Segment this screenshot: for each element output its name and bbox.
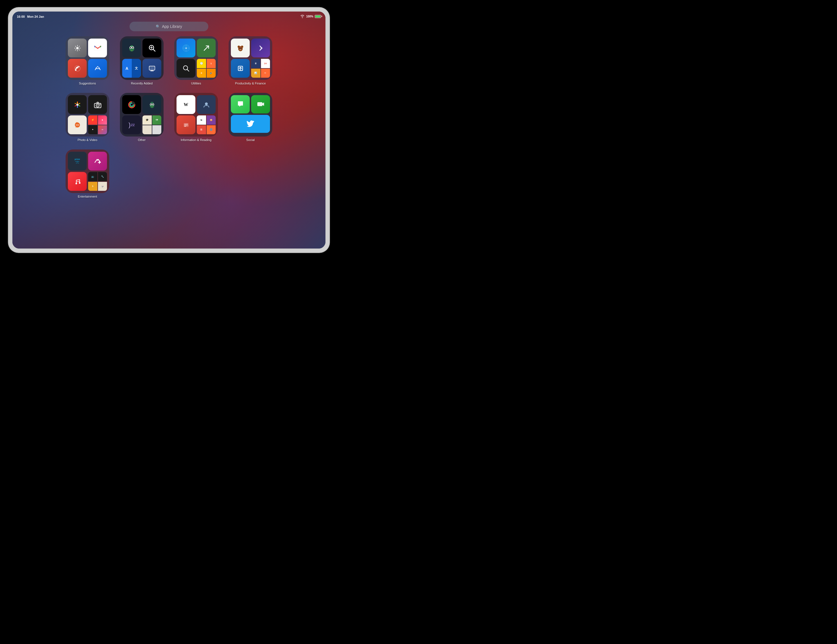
- app-camera: [88, 95, 107, 114]
- folder-label-social: Social: [246, 138, 255, 142]
- app-gmail: [88, 39, 107, 57]
- status-left: 16:00 Mon 24 Jan: [17, 14, 44, 19]
- app-messages: [231, 95, 250, 113]
- wifi-icon: [300, 15, 305, 18]
- folder-bg-entertainment: prime video: [66, 149, 109, 193]
- status-time: 16:00: [17, 15, 25, 18]
- svg-point-68: [153, 104, 154, 105]
- folders-grid: Suggestions: [63, 36, 275, 198]
- search-bar[interactable]: 🔍 App Library: [130, 22, 208, 31]
- svg-line-7: [79, 46, 79, 47]
- folder-social[interactable]: Social: [226, 93, 275, 142]
- ipad-frame: 16:00 Mon 24 Jan 100% 🔍 App Library: [8, 8, 329, 252]
- folder-productivity[interactable]: 🖥 24 📊 ✏ Productivity & Finance: [226, 36, 275, 85]
- svg-point-78: [79, 182, 80, 184]
- battery-fill: [315, 15, 320, 18]
- svg-line-76: [76, 181, 80, 182]
- app-music: [68, 172, 87, 191]
- folder-label-photo-video: Photo & Video: [77, 138, 97, 142]
- app-prime: prime video: [68, 152, 87, 170]
- app-group-ent-small: 📺 🔧 $ 🎲: [88, 172, 107, 191]
- app-yoink: [231, 59, 250, 78]
- app-group-small: 🕐 1 ⊕ 🔊: [197, 59, 216, 78]
- app-shortcuts: [251, 39, 270, 57]
- svg-point-43: [239, 48, 240, 48]
- folder-other[interactable]: ) ZZ 🎓 🗺: [117, 93, 166, 142]
- folder-bg-social: [229, 93, 272, 136]
- app-safari: [177, 39, 195, 57]
- svg-point-70: [205, 102, 208, 105]
- svg-point-48: [76, 103, 79, 106]
- app-wikipedia: W: [177, 95, 195, 114]
- folder-label-productivity: Productivity & Finance: [235, 82, 266, 85]
- app-screens: [143, 59, 161, 78]
- svg-line-37: [187, 69, 189, 71]
- svg-point-72: [187, 125, 188, 126]
- svg-point-44: [241, 48, 241, 48]
- folder-label-suggestions: Suggestions: [79, 82, 96, 85]
- svg-line-8: [75, 49, 76, 50]
- app-owly: [122, 39, 141, 57]
- app-group-small-prod: 🖥 24 📊 ✏: [251, 59, 270, 78]
- folder-bg-information: W: [174, 93, 218, 136]
- search-icon: 🔍: [156, 25, 160, 29]
- status-date: Mon 24 Jan: [27, 15, 44, 18]
- app-translate: A 文: [122, 59, 141, 78]
- app-reeder: [68, 59, 87, 78]
- status-bar: 16:00 Mon 24 Jan 100%: [12, 11, 325, 20]
- folder-bg-suggestions: [66, 36, 109, 80]
- app-news: [177, 115, 195, 134]
- folder-suggestions[interactable]: Suggestions: [63, 36, 112, 85]
- app-settings: [68, 39, 87, 57]
- app-facetime: [251, 95, 270, 113]
- folder-recently-added[interactable]: A 文: [117, 36, 166, 85]
- app-persona: [197, 95, 216, 114]
- svg-point-19: [133, 47, 133, 48]
- svg-rect-28: [150, 67, 154, 69]
- folder-bg-photo-video: ⚡ ★ ✦ ∞: [66, 93, 109, 136]
- svg-point-12: [75, 69, 76, 70]
- svg-point-52: [99, 104, 100, 105]
- folder-utilities[interactable]: 🕐 1 ⊕ 🔊 Utilities: [171, 36, 221, 85]
- folder-bg-other: ) ZZ 🎓 🗺: [120, 93, 164, 136]
- app-bear: [231, 39, 250, 57]
- svg-point-16: [130, 47, 131, 48]
- folder-entertainment[interactable]: prime video: [63, 149, 112, 198]
- svg-point-51: [97, 105, 98, 107]
- folder-bg-utilities: 🕐 1 ⊕ 🔊: [174, 36, 218, 80]
- app-sleep: ) ZZ: [122, 115, 141, 134]
- battery-icon: [315, 15, 321, 18]
- folder-photo-video[interactable]: ⚡ ★ ✦ ∞ Photo & Video: [63, 93, 112, 142]
- svg-line-22: [153, 49, 155, 51]
- app-group-info-small: N 🧅 微 🌐: [197, 115, 216, 134]
- svg-point-55: [78, 125, 79, 125]
- svg-line-6: [79, 49, 79, 50]
- app-activity: [122, 95, 141, 114]
- app-claude: [68, 115, 87, 134]
- app-owly2: [143, 95, 161, 114]
- svg-point-35: [185, 48, 187, 49]
- svg-point-53: [76, 125, 77, 125]
- folder-label-entertainment: Entertainment: [78, 195, 97, 198]
- folder-bg-productivity: 🖥 24 📊 ✏: [229, 36, 272, 80]
- app-group-photo-small: ⚡ ★ ✦ ∞: [88, 115, 107, 134]
- battery-percent: 100%: [306, 15, 313, 18]
- app-vector: [197, 39, 216, 57]
- svg-line-5: [75, 46, 76, 47]
- app-photos: [68, 95, 87, 114]
- search-placeholder: App Library: [162, 24, 182, 29]
- app-appstore: [88, 59, 107, 78]
- app-group-other-small: 🎓 🗺: [143, 115, 161, 134]
- svg-point-54: [77, 125, 78, 125]
- folder-label-recently-added: Recently Added: [131, 82, 153, 85]
- folder-label-utilities: Utilities: [191, 82, 201, 85]
- svg-point-18: [131, 47, 131, 48]
- svg-point-67: [151, 104, 151, 105]
- svg-point-17: [132, 47, 133, 48]
- folder-information[interactable]: W: [171, 93, 221, 142]
- app-magnifier: [143, 39, 161, 57]
- folder-label-other: Other: [138, 138, 146, 142]
- svg-rect-73: [257, 102, 263, 106]
- app-search-plus: [177, 59, 195, 78]
- svg-point-0: [76, 47, 79, 49]
